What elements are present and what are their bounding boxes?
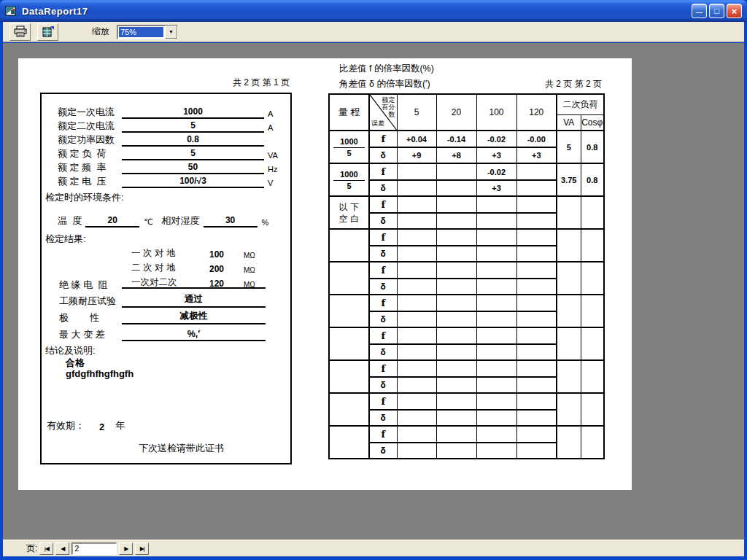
page1-certificate: 额定一次电流1000A额定二次电流5A额定功率因数0.8额 定 负 荷5VA额 … <box>40 93 292 464</box>
delta-row-label: δ <box>369 180 397 196</box>
f-value-cell <box>516 196 557 213</box>
range-cell <box>329 327 369 360</box>
maximize-button[interactable]: □ <box>709 4 724 18</box>
env-conditions-row: 温 度 20 ℃ 相对湿度 30 % <box>58 215 268 228</box>
delta-value-cell <box>436 311 476 327</box>
f-row-label: f <box>369 360 397 377</box>
variation-value: %,′ <box>122 329 266 341</box>
range-cell: 10005 <box>329 163 369 196</box>
f-value-cell <box>436 295 476 311</box>
withstand-value: 通过 <box>122 293 266 308</box>
f-value-cell <box>397 360 436 377</box>
f-value-cell <box>476 196 516 213</box>
delta-value-cell <box>397 213 436 229</box>
zoom-select[interactable]: 75% ▼ <box>117 25 178 39</box>
field-value: 50 <box>122 162 264 174</box>
range-cell: 以 下 空 白 <box>329 196 369 229</box>
field-unit: A <box>268 123 291 133</box>
validity-unit: 年 <box>115 419 125 432</box>
app-icon <box>5 5 18 18</box>
f-value-cell: -0.00 <box>516 131 557 147</box>
f-value-cell <box>436 163 476 180</box>
delta-value-cell <box>436 279 476 295</box>
minimize-button[interactable]: — <box>692 4 707 18</box>
prev-page-button[interactable]: ◀ <box>55 542 69 555</box>
f-value-cell <box>436 327 476 344</box>
delta-value-cell <box>397 311 436 327</box>
f-value-cell: -0.02 <box>476 163 516 180</box>
first-page-button[interactable]: |◀ <box>39 542 53 555</box>
delta-value-cell <box>476 443 516 459</box>
delta-value-cell <box>397 246 436 262</box>
delta-value-cell <box>397 410 436 426</box>
delta-value-cell <box>436 213 476 229</box>
next-page-button[interactable]: ▶ <box>119 542 133 555</box>
export-icon <box>42 26 55 38</box>
f-row-label: f <box>369 426 397 443</box>
f-value-cell <box>436 196 476 213</box>
range-cell: 10005 <box>329 131 369 163</box>
diag-bottom-label: 误差 <box>371 119 384 128</box>
field-label: 额 定 负 荷 <box>58 147 122 160</box>
field-value: 5 <box>122 148 264 160</box>
delta-value-cell <box>476 246 516 262</box>
delta-value-cell: +3 <box>476 180 516 196</box>
f-value-cell <box>516 393 557 410</box>
print-button[interactable] <box>9 23 31 41</box>
field-label: 额 定 电 压 <box>58 175 122 188</box>
percent-col-header: 120 <box>516 94 557 131</box>
burden-va-header: VA <box>557 114 581 131</box>
delta-value-cell <box>476 213 516 229</box>
f-value-cell <box>476 262 516 279</box>
export-button[interactable] <box>37 23 58 41</box>
delta-row-label: δ <box>369 377 397 393</box>
burden-va-cell <box>557 295 581 327</box>
conclusion-line2: gfdgfhfhgfhgfh <box>66 368 133 379</box>
burden-cos-cell <box>581 295 604 327</box>
temperature-value: 20 <box>85 215 139 228</box>
close-button[interactable]: × <box>727 4 742 18</box>
delta-value-cell <box>516 410 557 426</box>
f-row-label: f <box>369 131 397 147</box>
burden-va-cell <box>557 426 581 459</box>
delta-value-cell: +8 <box>436 147 476 163</box>
f-value-cell <box>516 360 557 377</box>
insulation-row-unit: MΩ <box>244 252 266 260</box>
chevron-down-icon[interactable]: ▼ <box>165 26 177 39</box>
field-unit: Hz <box>268 165 291 174</box>
f-value-cell <box>516 295 557 311</box>
delta-row-label: δ <box>369 311 397 327</box>
delta-value-cell <box>516 279 557 295</box>
f-value-cell <box>436 393 476 410</box>
validity-label: 有效期： <box>47 419 85 432</box>
f-value-cell <box>397 196 436 213</box>
variation-label: 最 大 变 差 <box>59 328 122 341</box>
env-conditions-title: 检定时的环境条件: <box>45 191 124 204</box>
burden-va-cell: 3.75 <box>557 163 581 196</box>
range-cell <box>329 229 369 262</box>
rated-field-row: 额定二次电流5A <box>58 120 291 133</box>
humidity-unit: % <box>262 218 269 228</box>
toolbar: 缩放 75% ▼ <box>3 22 744 42</box>
delta-value-cell: +9 <box>397 147 436 163</box>
last-page-button[interactable]: ▶| <box>135 542 149 555</box>
page-number-input[interactable] <box>71 542 117 555</box>
rated-field-row: 额 定 负 荷5VA <box>58 148 291 160</box>
burden-cos-cell: 0.8 <box>581 163 604 196</box>
f-row-label: f <box>369 327 397 344</box>
delta-value-cell <box>516 180 557 196</box>
delta-value-cell <box>516 213 557 229</box>
delta-value-cell <box>436 246 476 262</box>
field-value: 1000 <box>122 106 264 119</box>
polarity-value: 减极性 <box>122 310 266 324</box>
burden-cos-cell <box>581 327 604 360</box>
f-value-cell <box>397 295 436 311</box>
f-value-cell <box>516 229 557 246</box>
delta-row-label: δ <box>369 279 397 295</box>
f-value-cell <box>476 426 516 443</box>
zoom-selected-value: 75% <box>119 27 163 37</box>
burden-cos-cell <box>581 229 604 262</box>
range-header: 量 程 <box>329 94 369 131</box>
preview-area: 共 2 页 第 1 页 额定一次电流1000A额定二次电流5A额定功率因数0.8… <box>3 43 744 540</box>
delta-row-label: δ <box>369 344 397 360</box>
